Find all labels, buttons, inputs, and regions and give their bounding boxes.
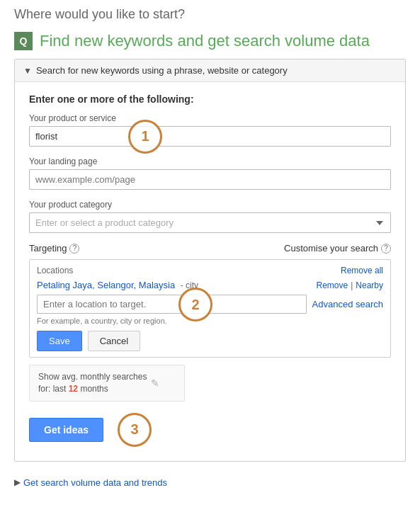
main-card: ▼ Search for new keywords using a phrase…	[14, 59, 406, 462]
save-button[interactable]: Save	[37, 331, 82, 351]
locations-title: Locations	[37, 266, 73, 275]
customise-help-icon[interactable]: ?	[381, 244, 391, 254]
edit-icon[interactable]: ✎	[151, 377, 159, 389]
get-ideas-button[interactable]: Get ideas	[29, 418, 103, 442]
locations-box: Locations Remove all Petaling Jaya, Sela…	[29, 259, 391, 358]
location-input-row: Advanced search 2	[37, 295, 383, 314]
location-target-input[interactable]	[37, 295, 307, 314]
locations-header: Locations Remove all	[37, 266, 383, 275]
product-input[interactable]	[29, 126, 391, 147]
google-icon: Q	[14, 32, 33, 50]
location-input-area: Advanced search 2 For example, a country…	[37, 295, 383, 351]
location-type: - city	[181, 280, 198, 290]
targeting-help-icon[interactable]: ?	[69, 244, 79, 254]
bottom-section: ▶ Get search volume data and trends	[0, 470, 420, 499]
page-subtitle: Where would you like to start?	[0, 0, 420, 26]
landing-page-label: Your landing page	[29, 157, 391, 166]
form-section-title: Enter one or more of the following:	[29, 93, 391, 105]
location-actions: Remove | Nearby	[317, 280, 384, 290]
expand-icon: ▼	[23, 66, 32, 76]
location-name-group: Petaling Jaya, Selangor, Malaysia - city	[37, 280, 198, 290]
avg-searches-box: Show avg. monthly searches for: last 12 …	[29, 365, 185, 402]
customise-label: Customise your search ?	[284, 243, 391, 254]
landing-page-input[interactable]	[29, 169, 391, 190]
get-search-link[interactable]: ▶ Get search volume data and trends	[14, 477, 406, 488]
product-field-group: Your product or service 1	[29, 113, 391, 147]
remove-location-link[interactable]: Remove	[317, 280, 348, 290]
targeting-row: Targeting ? Customise your search ?	[29, 243, 391, 254]
category-label: Your product category	[29, 200, 391, 210]
location-item: Petaling Jaya, Selangor, Malaysia - city…	[37, 280, 383, 290]
card-body: Enter one or more of the following: Your…	[15, 82, 405, 461]
months-number: 12	[69, 384, 78, 394]
location-name: Petaling Jaya, Selangor, Malaysia	[37, 280, 175, 290]
avg-searches-text: Show avg. monthly searches for: last 12 …	[38, 371, 147, 395]
product-label: Your product or service	[29, 113, 391, 123]
get-ideas-section: Get ideas 3	[29, 413, 391, 447]
location-hint: For example, a country, city or region.	[37, 317, 383, 325]
advanced-search-link[interactable]: Advanced search	[312, 295, 383, 309]
targeting-label: Targeting ?	[29, 243, 79, 254]
page-title: Q Find new keywords and get search volum…	[0, 26, 420, 59]
expand-icon-bottom: ▶	[14, 477, 21, 487]
category-select[interactable]: Enter or select a product category	[29, 212, 391, 233]
landing-page-field-group: Your landing page	[29, 157, 391, 190]
product-input-wrapper: 1	[29, 126, 391, 147]
cancel-button[interactable]: Cancel	[88, 331, 140, 351]
annotation-circle-3: 3	[118, 413, 152, 447]
btn-row: Save Cancel	[37, 331, 383, 351]
category-field-group: Your product category Enter or select a …	[29, 200, 391, 233]
card-header: ▼ Search for new keywords using a phrase…	[15, 59, 405, 82]
remove-all-link[interactable]: Remove all	[341, 266, 383, 275]
nearby-link[interactable]: Nearby	[356, 280, 383, 290]
